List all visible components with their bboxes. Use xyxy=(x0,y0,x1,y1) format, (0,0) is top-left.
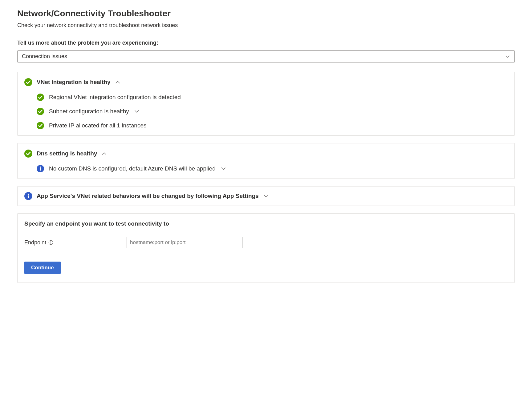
vnet-title: VNet integration is healthy xyxy=(37,79,111,86)
vnet-item: Private IP allocated for all 1 instances xyxy=(37,122,508,129)
vnet-panel-body: Regional VNet integration configuration … xyxy=(24,94,508,129)
check-circle-icon xyxy=(24,78,32,86)
chevron-down-icon xyxy=(221,166,226,171)
vnet-item: Regional VNet integration configuration … xyxy=(37,94,508,101)
app-settings-panel[interactable]: App Service's VNet related behaviors wil… xyxy=(17,186,515,206)
dns-panel: Dns setting is healthy No custom DNS is … xyxy=(17,143,515,179)
chevron-down-icon xyxy=(263,193,269,199)
info-outline-icon[interactable] xyxy=(48,240,54,245)
endpoint-label: Endpoint xyxy=(24,239,46,246)
vnet-panel: VNet integration is healthy Regional VNe… xyxy=(17,72,515,136)
dns-title: Dns setting is healthy xyxy=(37,150,97,157)
vnet-item-text: Regional VNet integration configuration … xyxy=(49,94,181,101)
info-circle-icon xyxy=(24,192,32,200)
chevron-down-icon xyxy=(134,109,140,114)
dns-item[interactable]: No custom DNS is configured, default Azu… xyxy=(37,165,508,172)
continue-button[interactable]: Continue xyxy=(24,262,61,274)
app-settings-title: App Service's VNet related behaviors wil… xyxy=(37,193,259,199)
problem-selected: Connection issues xyxy=(22,53,67,60)
vnet-panel-header[interactable]: VNet integration is healthy xyxy=(24,78,508,86)
check-circle-icon xyxy=(24,150,32,158)
vnet-item-text: Private IP allocated for all 1 instances xyxy=(49,122,147,129)
check-circle-icon xyxy=(37,94,44,101)
endpoint-row: Endpoint xyxy=(24,237,508,248)
problem-label: Tell us more about the problem you are e… xyxy=(17,40,515,46)
chevron-up-icon xyxy=(101,151,107,156)
vnet-item-text: Subnet configuration is healthy xyxy=(49,108,129,115)
check-circle-icon xyxy=(37,122,44,129)
endpoint-input[interactable] xyxy=(127,237,242,248)
endpoint-label-wrap: Endpoint xyxy=(24,239,127,246)
endpoint-panel: Specify an endpoint you want to test con… xyxy=(17,213,515,283)
endpoint-title: Specify an endpoint you want to test con… xyxy=(24,220,508,227)
problem-dropdown[interactable]: Connection issues xyxy=(17,50,515,62)
dns-item-text: No custom DNS is configured, default Azu… xyxy=(49,165,216,172)
dns-panel-body: No custom DNS is configured, default Azu… xyxy=(24,165,508,172)
check-circle-icon xyxy=(37,108,44,115)
page-title: Network/Connectivity Troubleshooter xyxy=(17,9,515,18)
dns-panel-header[interactable]: Dns setting is healthy xyxy=(24,150,508,158)
page-subtitle: Check your network connectivity and trou… xyxy=(17,22,515,29)
chevron-down-icon xyxy=(505,54,510,59)
chevron-up-icon xyxy=(115,79,120,85)
vnet-item[interactable]: Subnet configuration is healthy xyxy=(37,108,508,115)
info-circle-icon xyxy=(37,165,44,172)
